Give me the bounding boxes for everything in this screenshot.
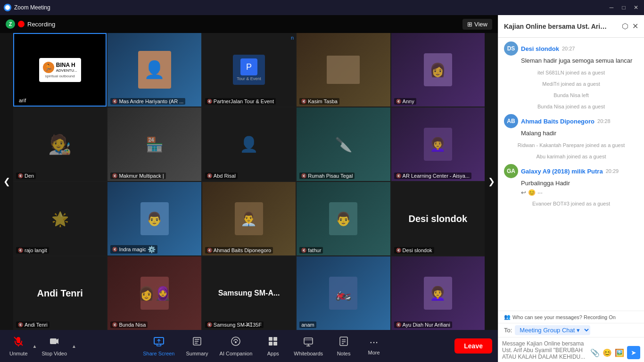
cell-name-rajo: 🔇 rajo langit (16, 247, 49, 254)
whiteboards-icon (303, 336, 314, 349)
leave-button[interactable]: Leave (454, 338, 492, 354)
window-title: Zoom Meeting (14, 4, 50, 11)
video-cell-abd-risal: 👤 🔇 Abd Risal (202, 107, 296, 181)
share-screen-button[interactable]: Share Screen (138, 333, 179, 359)
ai-companion-button[interactable]: AI Companion (215, 333, 257, 359)
apps-label: Apps (267, 351, 279, 356)
chat-input[interactable] (502, 340, 588, 359)
avatar-ahmad: AB (504, 114, 518, 128)
send-button[interactable]: ➤ (627, 346, 640, 359)
chat-panel: Kajian Online bersama Ust. Arif Abu... ⬡… (498, 15, 644, 362)
cell-name-kasim: 🔇 Kasim Tasba (299, 98, 339, 105)
minimize-button[interactable]: ─ (607, 3, 616, 12)
video-cell-mas-andre: 👤 🔇 Mas Andre Hariyanto (AR ... (107, 33, 201, 107)
chat-title: Kajian Online bersama Ust. Arif Abu... (504, 23, 608, 30)
system-msg-4: Bunda Nisa joined as a guest (504, 104, 638, 109)
cell-name-partner: 🔇 PartnerJalan Tour & Event (205, 98, 276, 105)
system-msg-2: MediTri joined as a guest (504, 81, 638, 87)
cell-name-ahmad-baits: 🔇 Ahmad Baits Diponegoro (205, 247, 273, 254)
video-cell-samsung-a: Samsung SM-A... 🔇 Samsung SM-A135F (202, 256, 296, 330)
recording-dot (18, 21, 25, 27)
more-button[interactable]: ··· More (360, 333, 388, 359)
close-button[interactable]: ✕ (632, 3, 640, 12)
unmute-button[interactable]: Unmute (6, 333, 32, 359)
video-cell-den: 🧑‍🎨 🔇 Den (13, 107, 107, 181)
msg-text-galaxy: Purbalingga Hadir (521, 179, 638, 188)
page-indicator: 1/7 (245, 321, 252, 327)
svg-rect-15 (273, 342, 277, 346)
ai-companion-icon (231, 336, 241, 349)
chat-message-ahmad: AB Ahmad Baits Diponegoro 20:28 Malang h… (504, 114, 638, 138)
video-cell-indra: 👨 🔇 Indra magic ⚙️ (107, 182, 201, 255)
people-icon: 👥 (504, 314, 511, 320)
file-icon[interactable]: 📎 (590, 348, 600, 357)
msg-text-ahmad: Malang hadir (521, 129, 638, 138)
main-layout: Z Recording ⊞ View ❮ 🏃 (0, 15, 644, 362)
reply-icon[interactable]: ↩ (521, 189, 526, 196)
summary-button[interactable]: Summary (181, 333, 213, 359)
video-cell-ar-learning: 👩‍🦱 🔇 AR Learning Center - Aisya... (391, 107, 485, 181)
avatar-desi: DS (504, 41, 518, 56)
cell-name-abd-risal: 🔇 Abd Risal (205, 173, 238, 179)
stop-video-caret[interactable]: ▲ (71, 344, 77, 349)
video-cell-arif: 🏃 BINA H ADVENTU... spiritual outbound a… (13, 33, 107, 107)
title-bar: Zoom Meeting ─ □ ✕ (0, 0, 644, 15)
ai-companion-label: AI Companion (220, 351, 253, 356)
maximize-button[interactable]: □ (619, 3, 628, 12)
cell-name-ayu: 🔇 Ayu Diah Nur Arifiani (394, 321, 452, 328)
svg-rect-14 (269, 342, 272, 346)
avatar-galaxy: GA (504, 164, 518, 178)
cell-name-andi: 🔇 Andi Tenri (16, 321, 50, 328)
cell-name-anny: 🔇 Anny (394, 98, 416, 105)
share-screen-label: Share Screen (143, 351, 174, 356)
sender-galaxy: Galaxy A9 (2018) milik Putra (521, 168, 603, 175)
stop-video-button[interactable]: Stop Video (38, 333, 71, 359)
view-button[interactable]: ⊞ View (462, 19, 492, 30)
emoji-icon[interactable]: 😊 (528, 189, 536, 196)
video-cell-bunda: 👩‍🧕 🔇 Bunda Nisa (107, 256, 201, 330)
system-msg-5: Ridwan - Kakantah Parepare joined as a g… (504, 142, 638, 148)
prev-page-button[interactable]: ❮ (0, 33, 13, 330)
notes-button[interactable]: Notes (330, 333, 358, 359)
svg-rect-12 (269, 337, 272, 341)
chat-target-select[interactable]: Meeting Group Chat ▾ (515, 325, 590, 335)
system-msg-1: itel S681LN joined as a guest (504, 70, 638, 75)
svg-rect-13 (273, 337, 277, 341)
video-top-bar: Z Recording ⊞ View (0, 15, 498, 33)
view-label: View (474, 21, 487, 28)
who-sees-row: 👥 Who can see your messages? Recording O… (498, 311, 644, 323)
cell-name-mas-andre: 🔇 Mas Andre Hariyanto (AR ... (110, 98, 185, 105)
toolbar: Unmute ▲ Stop Video (0, 330, 498, 362)
to-label: To: (504, 327, 512, 334)
desi-label: Desi slondok (409, 214, 467, 224)
more-reaction-icon[interactable]: ··· (537, 189, 543, 196)
gif-icon[interactable]: 🖼️ (615, 348, 624, 357)
whiteboards-button[interactable]: Whiteboards (289, 333, 328, 359)
close-chat-button[interactable]: ✕ (632, 22, 638, 31)
unmute-caret[interactable]: ▲ (32, 344, 38, 349)
system-msg-3: Bunda Nisa left (504, 92, 638, 98)
video-cell-makmur: 🏪 🔇 Makmur Multipack | (107, 107, 201, 181)
sender-desi: Desi slondok (521, 45, 559, 52)
apps-button[interactable]: Apps (259, 333, 287, 359)
more-icon: ··· (370, 336, 378, 348)
cell-name-indra: 🔇 Indra magic ⚙️ (110, 245, 157, 254)
sender-ahmad: Ahmad Baits Diponegoro (521, 118, 594, 125)
cell-name-bunda: 🔇 Bunda Nisa (110, 321, 148, 328)
popout-button[interactable]: ⬡ (622, 22, 628, 31)
summary-label: Summary (186, 351, 208, 356)
zoom-logo: Z (6, 19, 15, 29)
msg-text-desi: Sleman hadir juga semoga semua lancar (521, 57, 638, 65)
next-page-button[interactable]: ❯ (485, 33, 498, 330)
svg-rect-4 (50, 338, 57, 344)
svg-point-0 (5, 5, 10, 10)
emoji-picker-icon[interactable]: 😊 (603, 348, 612, 357)
summary-icon (192, 336, 202, 349)
app-icon (4, 4, 11, 11)
video-cell-ahmad-baits: 👨‍💼 🔇 Ahmad Baits Diponegoro (202, 182, 296, 255)
recording-label: Recording (27, 21, 55, 28)
recording-badge: Z Recording (6, 19, 55, 29)
svg-point-11 (235, 341, 237, 343)
video-cell-partner: P Tour & Event 🔇 PartnerJalan Tour & Eve… (202, 33, 296, 107)
cell-name-arif: arif (17, 97, 28, 104)
